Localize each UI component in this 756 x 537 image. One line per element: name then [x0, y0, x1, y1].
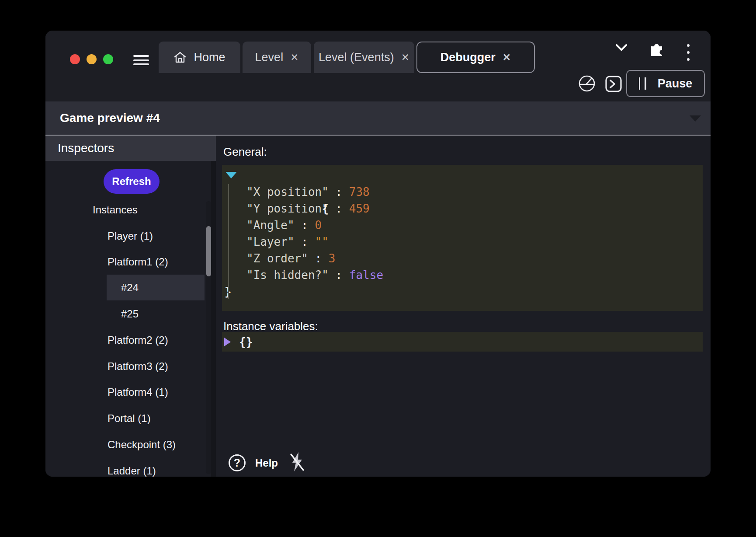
tree-item-checkpoint[interactable]: Checkpoint (3): [45, 432, 211, 457]
help-question-icon: ?: [229, 454, 246, 471]
main-menu-icon[interactable]: [133, 55, 149, 65]
game-preview-title: Game preview #4: [60, 101, 160, 135]
console-icon[interactable]: [605, 75, 622, 93]
tab-level[interactable]: Level ✕: [243, 42, 311, 73]
json-row-z-order: "Z order" : 3: [222, 250, 703, 267]
pause-button[interactable]: Pause: [626, 70, 705, 97]
sidebar-scrollbar-thumb[interactable]: [206, 226, 211, 276]
instance-inspector: General: { "X position" : 738 "Y positio…: [216, 136, 711, 477]
tab-debugger[interactable]: Debugger ✕: [416, 42, 535, 73]
flash-off-icon[interactable]: [289, 451, 305, 472]
json-value: 0: [315, 219, 322, 232]
panel-divider: [211, 161, 216, 477]
pause-button-label: Pause: [658, 77, 693, 91]
instance-variables-heading: Instance variables:: [223, 320, 318, 333]
app-window: Home Level ✕ Level (Events) ✕ Debugger ✕: [45, 31, 711, 477]
tree-item-instances[interactable]: Instances: [45, 197, 211, 223]
expand-arrow-icon[interactable]: [224, 338, 231, 346]
debugger-toolbar: Pause: [45, 73, 711, 101]
inspector-tree: Refresh Instances Player (1) Platform1 (…: [45, 136, 211, 477]
indent-guide: [228, 184, 229, 299]
more-options-icon[interactable]: [684, 42, 692, 63]
tab-level-events[interactable]: Level (Events) ✕: [314, 42, 414, 73]
maximize-window-button[interactable]: [103, 54, 113, 64]
tree-item-instance-25[interactable]: #25: [45, 301, 211, 327]
tab-home[interactable]: Home: [159, 42, 240, 73]
home-icon: [173, 51, 187, 63]
tree-item-ladder[interactable]: Ladder (1): [45, 458, 211, 477]
general-heading: General:: [223, 145, 267, 159]
json-value: 459: [349, 202, 370, 215]
tab-label: Debugger: [440, 51, 496, 64]
tree-item-platform2[interactable]: Platform2 (2): [45, 327, 211, 353]
tree-item-platform3[interactable]: Platform3 (2): [45, 353, 211, 379]
json-value: false: [349, 268, 383, 282]
close-tab-icon[interactable]: ✕: [401, 52, 409, 63]
variables-value: {}: [239, 335, 253, 349]
tree-item-platform4[interactable]: Platform4 (1): [45, 379, 211, 405]
json-value: 3: [329, 252, 336, 265]
tree-item-portal[interactable]: Portal (1): [45, 405, 211, 431]
help-button[interactable]: ? Help: [229, 454, 278, 471]
tab-label: Level: [255, 51, 284, 64]
tree-item-platform1[interactable]: Platform1 (2): [45, 249, 211, 275]
minimize-window-button[interactable]: [87, 54, 97, 64]
close-window-button[interactable]: [70, 54, 80, 64]
tree-item-instance-24[interactable]: #24: [107, 275, 205, 300]
general-json-view: { "X position" : 738 "Y position" : 459 …: [222, 165, 703, 311]
pause-icon: [639, 77, 646, 90]
json-row-is-hidden: "Is hidden?" : false: [222, 267, 703, 283]
collapse-arrow-icon[interactable]: [225, 172, 237, 178]
json-row-layer: "Layer" : "": [222, 234, 703, 250]
extensions-puzzle-icon[interactable]: [648, 40, 665, 58]
close-tab-icon[interactable]: ✕: [290, 52, 298, 63]
caret-down-icon[interactable]: [690, 115, 701, 122]
title-bar: Home Level ✕ Level (Events) ✕ Debugger ✕: [45, 31, 711, 73]
game-preview-bar[interactable]: Game preview #4: [45, 101, 711, 136]
refresh-button[interactable]: Refresh: [104, 169, 160, 194]
debugger-content: Inspectors Refresh Instances Player (1) …: [45, 136, 711, 477]
help-label: Help: [255, 457, 278, 469]
json-value: "": [315, 235, 329, 248]
open-brace: {: [322, 202, 329, 215]
profiler-gauge-icon[interactable]: [578, 74, 596, 93]
close-tab-icon[interactable]: ✕: [503, 52, 511, 63]
chevron-down-icon[interactable]: [615, 43, 628, 52]
tree-item-player[interactable]: Player (1): [45, 223, 211, 249]
json-value: 738: [349, 185, 370, 199]
tab-label: Level (Events): [319, 51, 394, 64]
tab-label: Home: [194, 51, 225, 64]
instance-variables-json-view: {}: [222, 332, 703, 352]
